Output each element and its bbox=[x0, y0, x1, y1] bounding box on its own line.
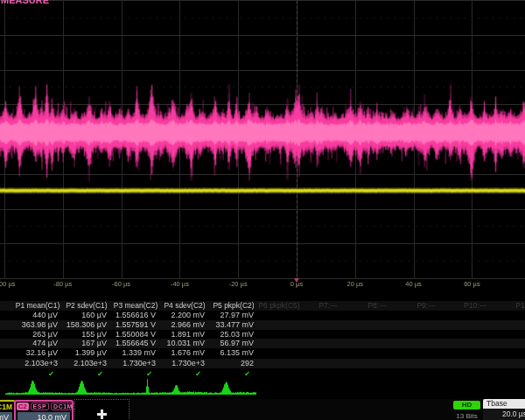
time-axis-label: 20 µs bbox=[329, 280, 382, 288]
trigger-time-marker[interactable] bbox=[294, 278, 299, 283]
time-axis-label: 60 µs bbox=[445, 280, 498, 288]
param-value: 56.97 mV bbox=[200, 339, 254, 348]
param-value: 158.306 µV bbox=[52, 320, 107, 330]
histicon-strip bbox=[0, 379, 525, 399]
param-value: 25.03 mV bbox=[200, 330, 254, 340]
param-value: 1.399 µV bbox=[52, 348, 107, 358]
param-value: 1.891 mV bbox=[150, 330, 205, 340]
oscilloscope-screen: MEASURE -100 µs-80 µs-60 µs-40 µs-20 µs0… bbox=[0, 0, 525, 420]
time-axis: -100 µs-80 µs-60 µs-40 µs-20 µs0 µs20 µs… bbox=[0, 280, 525, 290]
status-check-icon: ✔ bbox=[98, 370, 152, 379]
param-value: 155 µV bbox=[52, 330, 107, 340]
tbase-value: 20.0 µs bbox=[483, 410, 525, 418]
param-value: 33.477 mV bbox=[200, 320, 254, 330]
param-value: 263 µV bbox=[4, 330, 58, 340]
hd-bits-label: 13 Bits bbox=[449, 412, 485, 420]
param-value: 363.98 µV bbox=[4, 320, 58, 330]
param-value: 1.730e+3 bbox=[150, 359, 205, 368]
measurement-table[interactable]: P1 mean(C1)P2 sdev(C1)P3 mean(C2)P4 sdev… bbox=[0, 295, 525, 379]
status-check-icon: ✔ bbox=[49, 370, 103, 379]
c1-scale-label: 10.0 mV bbox=[0, 412, 12, 420]
c2-esp-tag: ESP bbox=[31, 402, 50, 410]
time-axis-label: -100 µs bbox=[0, 280, 31, 288]
param-value: 474 µV bbox=[4, 339, 58, 348]
param-value: 1.550084 V bbox=[102, 330, 156, 340]
time-axis-label: -60 µs bbox=[95, 280, 148, 288]
param-value: 1.339 mV bbox=[102, 348, 156, 358]
param-value: 1.730e+3 bbox=[102, 359, 156, 368]
param-value: 2.966 mV bbox=[150, 320, 205, 330]
param-value: 160 µV bbox=[52, 311, 107, 320]
param-value: 1.556645 V bbox=[102, 339, 156, 348]
c1-coupling-label: DC1M bbox=[0, 402, 12, 411]
param-value: 10.031 mV bbox=[150, 339, 205, 348]
time-axis-label: -40 µs bbox=[153, 280, 206, 288]
time-axis-label: 40 µs bbox=[388, 280, 440, 288]
c2-scale-label: 10.0 mV bbox=[18, 412, 70, 420]
param-value: 6.135 mV bbox=[200, 348, 254, 358]
c2-coupling-label: DC1M bbox=[51, 402, 75, 410]
param-header[interactable]: P11:--- bbox=[495, 301, 525, 311]
status-check-icon: ✔ bbox=[196, 370, 250, 379]
param-value: 32.16 µV bbox=[4, 348, 58, 358]
plus-icon[interactable] bbox=[97, 410, 107, 419]
tbase-label: Tbase bbox=[483, 399, 525, 409]
top-left-label: MEASURE bbox=[1, 0, 49, 5]
param-value: 1.557591 V bbox=[102, 320, 156, 330]
status-check-icon: ✔ bbox=[0, 370, 54, 379]
add-trace-box[interactable] bbox=[74, 399, 130, 420]
param-value: 167 µV bbox=[52, 339, 107, 348]
waveform-display[interactable] bbox=[0, 0, 525, 291]
c2-channel-badge: C2 bbox=[17, 402, 29, 410]
hd-mode-badge: HD bbox=[453, 401, 480, 410]
timebase-descriptor[interactable]: Tbase 20.0 µs bbox=[483, 399, 525, 420]
param-value: 1.556616 V bbox=[102, 311, 156, 320]
param-value: 440 µV bbox=[4, 311, 58, 320]
status-check-icon: ✔ bbox=[147, 370, 201, 379]
bottom-bar: DC1M 10.0 mV C2 ESP DC1M 10.0 mV HD 13 B… bbox=[0, 399, 525, 420]
param-value: 292 bbox=[200, 359, 254, 368]
param-value: 2.103e+3 bbox=[52, 359, 107, 368]
param-value: 1.676 mV bbox=[150, 348, 205, 358]
param-value: 27.97 mV bbox=[200, 311, 254, 320]
channel2-descriptor[interactable]: C2 ESP DC1M 10.0 mV bbox=[14, 400, 74, 420]
time-axis-label: -80 µs bbox=[37, 280, 89, 288]
time-axis-label: -20 µs bbox=[212, 280, 264, 288]
param-value: 2.103e+3 bbox=[4, 359, 58, 368]
param-value: 2.200 mV bbox=[150, 311, 205, 320]
